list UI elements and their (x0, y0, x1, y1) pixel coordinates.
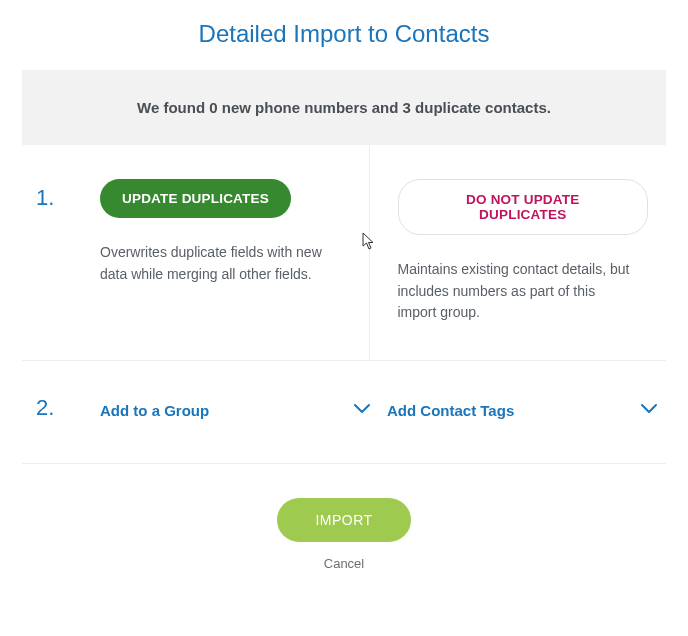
step-number-2: 2. (22, 361, 92, 463)
update-column: UPDATE DUPLICATES Overwrites duplicate f… (92, 145, 370, 360)
step-number-1: 1. (22, 145, 92, 360)
step-1-columns: UPDATE DUPLICATES Overwrites duplicate f… (92, 145, 666, 360)
step-2-section: 2. Add to a Group Add Contact Tags (22, 361, 666, 464)
no-update-description: Maintains existing contact details, but … (398, 259, 638, 324)
cancel-link[interactable]: Cancel (0, 556, 688, 571)
action-area: IMPORT Cancel (0, 464, 688, 583)
step-2-columns: Add to a Group Add Contact Tags (92, 361, 666, 463)
import-button[interactable]: IMPORT (277, 498, 410, 542)
no-update-column: DO NOT UPDATE DUPLICATES Maintains exist… (370, 145, 667, 360)
do-not-update-button[interactable]: DO NOT UPDATE DUPLICATES (398, 179, 649, 235)
status-message: We found 0 new phone numbers and 3 dupli… (22, 70, 666, 145)
add-to-group-dropdown[interactable]: Add to a Group (92, 361, 379, 463)
page-title: Detailed Import to Contacts (0, 0, 688, 70)
update-duplicates-button[interactable]: UPDATE DUPLICATES (100, 179, 291, 218)
chevron-down-icon (640, 401, 658, 419)
update-description: Overwrites duplicate fields with new dat… (100, 242, 340, 285)
step-1-section: 1. UPDATE DUPLICATES Overwrites duplicat… (22, 145, 666, 361)
add-contact-tags-dropdown[interactable]: Add Contact Tags (379, 361, 666, 463)
group-column: Add to a Group (92, 361, 379, 463)
import-dialog: Detailed Import to Contacts We found 0 n… (0, 0, 688, 583)
cursor-icon (362, 232, 376, 254)
add-tags-label: Add Contact Tags (387, 402, 514, 419)
add-to-group-label: Add to a Group (100, 402, 209, 419)
chevron-down-icon (353, 401, 371, 419)
tags-column: Add Contact Tags (379, 361, 666, 463)
